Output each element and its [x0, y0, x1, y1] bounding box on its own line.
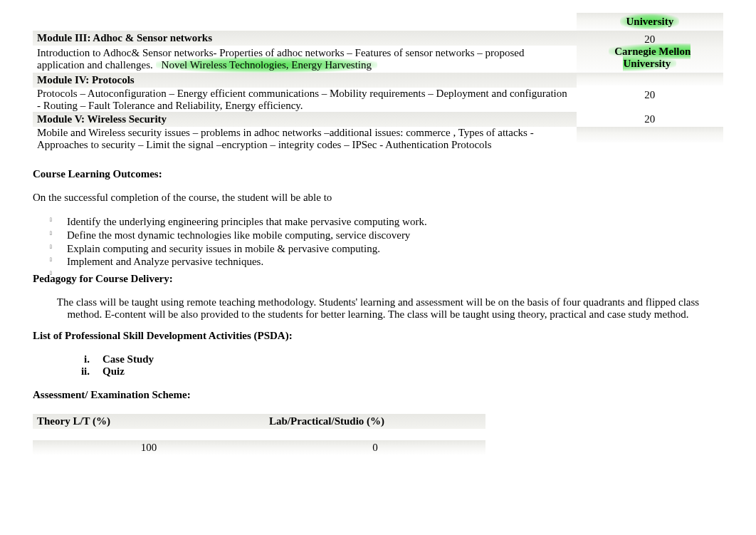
assessment-heading: Assessment/ Examination Scheme:	[33, 389, 723, 401]
module-5-title: Module V: Wireless Security	[33, 112, 577, 127]
outcomes-list: Identify the underlying engineering prin…	[50, 215, 723, 269]
pedagogy-body: The class will be taught using remote te…	[33, 296, 723, 320]
module-3-title: Module III: Adhoc & Sensor networks	[33, 31, 577, 46]
module-4-body: Protocols – Autoconfiguration – Energy e…	[33, 88, 577, 112]
module-3-highlight: Novel Wireless Technologies, Energy Harv…	[156, 57, 377, 73]
assess-col1-value: 100	[33, 440, 265, 455]
list-item: Explain computing and security issues in…	[50, 242, 723, 256]
module-3-body: Introduction to Adhoc& Sensor networks- …	[33, 47, 577, 71]
list-item: ii.Quiz	[74, 365, 723, 378]
module-5-body: Mobile and Wireless security issues – pr…	[33, 127, 577, 151]
assessment-table: Theory L/T (%) Lab/Practical/Studio (%) …	[33, 414, 485, 455]
psda-list: i.Case Study ii.Quiz	[74, 353, 723, 378]
outcomes-heading: Course Learning Outcomes:	[33, 168, 723, 180]
list-item: Identify the underlying engineering prin…	[50, 215, 723, 229]
list-item: Define the most dynamic technologies lik…	[50, 229, 723, 242]
module-5-hours: 20	[577, 112, 723, 127]
modules-table: University Module III: Adhoc & Sensor ne…	[33, 13, 723, 151]
pedagogy-heading: Pedagogy for Course Delivery:	[33, 273, 723, 285]
list-item: i.Case Study	[74, 353, 723, 365]
outcomes-intro: On the successful completion of the cour…	[33, 192, 723, 204]
assess-col2-value: 0	[265, 440, 485, 455]
module-4-hours: 20	[577, 88, 723, 103]
module-3-university: Carnegie Mellon University	[609, 43, 691, 71]
module-4-title: Module IV: Protocols	[33, 73, 577, 88]
list-item: Implement and Analyze pervasive techniqu…	[50, 255, 723, 269]
university-header: University	[620, 14, 679, 29]
assess-col2-header: Lab/Practical/Studio (%)	[265, 414, 485, 429]
psda-heading: List of Professional Skill Development A…	[33, 330, 723, 342]
assess-col1-header: Theory L/T (%)	[33, 414, 265, 429]
